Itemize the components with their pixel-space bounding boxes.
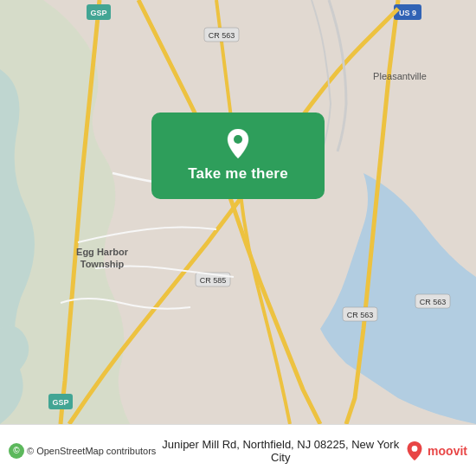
moovit-pin-icon: [405, 441, 424, 460]
svg-point-19: [234, 135, 242, 144]
svg-point-20: [412, 446, 418, 452]
osm-attribution: © © OpenStreetMap contributors: [9, 443, 156, 459]
bottom-bar: © © OpenStreetMap contributors Juniper M…: [0, 424, 476, 476]
map-view: GSP GSP US 9 CR 563 CR 563 CR 585 CR 563: [0, 0, 476, 424]
svg-rect-18: [0, 0, 476, 424]
button-label: Take me there: [188, 165, 288, 183]
moovit-branding: moovit: [405, 441, 467, 460]
take-me-there-button[interactable]: Take me there: [151, 113, 325, 199]
osm-icon: ©: [9, 443, 24, 459]
moovit-text: moovit: [428, 444, 467, 458]
address-display: Juniper Mill Rd, Northfield, NJ 08225, N…: [156, 438, 405, 464]
map-svg: GSP GSP US 9 CR 563 CR 563 CR 585 CR 563: [0, 0, 476, 424]
address-main: Juniper Mill Rd, Northfield, NJ 08225,: [162, 438, 348, 451]
osm-text: © OpenStreetMap contributors: [27, 446, 156, 456]
location-pin-icon: [225, 129, 251, 160]
